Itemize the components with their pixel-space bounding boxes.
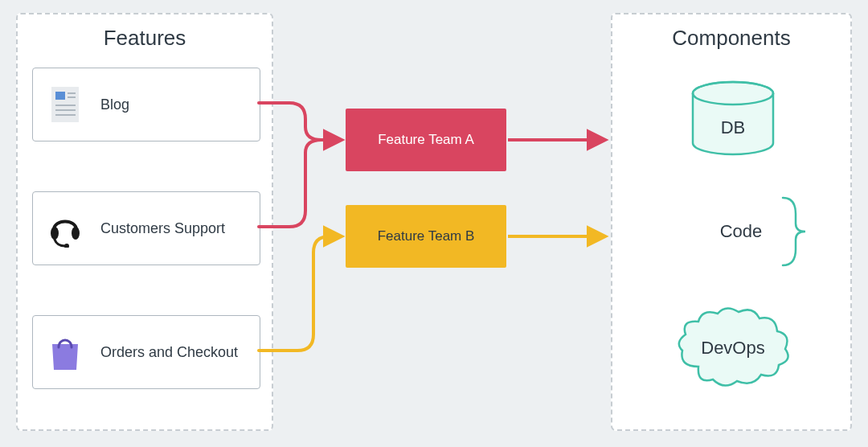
- feature-team-b-box: Feature Team B: [346, 205, 506, 268]
- brace-icon: [773, 191, 813, 272]
- shopping-bag-icon: [46, 333, 84, 371]
- svg-point-9: [64, 244, 69, 248]
- component-db-label: DB: [721, 117, 746, 138]
- svg-point-7: [51, 227, 59, 240]
- component-code-label: Code: [720, 221, 763, 242]
- feature-team-b-label: Feature Team B: [378, 228, 475, 244]
- svg-rect-3: [68, 96, 76, 98]
- feature-team-a-box: Feature Team A: [346, 109, 506, 171]
- feature-team-a-label: Feature Team A: [378, 132, 474, 148]
- components-panel-title: Components: [612, 14, 850, 51]
- document-icon: [46, 85, 84, 124]
- feature-customers-support-label: Customers Support: [100, 220, 225, 237]
- headset-icon: [46, 209, 84, 248]
- component-code: Code: [677, 207, 805, 256]
- svg-rect-1: [55, 92, 65, 100]
- svg-rect-4: [55, 105, 76, 106]
- component-db: DB: [685, 79, 781, 159]
- svg-rect-5: [55, 109, 76, 111]
- svg-rect-6: [55, 114, 76, 116]
- feature-blog: Blog: [32, 68, 260, 141]
- feature-orders-checkout-label: Orders and Checkout: [100, 344, 238, 361]
- feature-orders-checkout: Orders and Checkout: [32, 315, 260, 389]
- component-devops: DevOps: [673, 304, 793, 392]
- svg-point-8: [72, 227, 80, 240]
- components-panel: Components DB Code DevOps: [611, 13, 852, 431]
- svg-rect-2: [68, 92, 76, 94]
- feature-customers-support: Customers Support: [32, 191, 260, 265]
- features-panel-title: Features: [18, 14, 272, 51]
- features-panel: Features Blog Customers S: [16, 13, 273, 431]
- component-devops-label: DevOps: [701, 338, 764, 359]
- feature-blog-label: Blog: [100, 96, 129, 113]
